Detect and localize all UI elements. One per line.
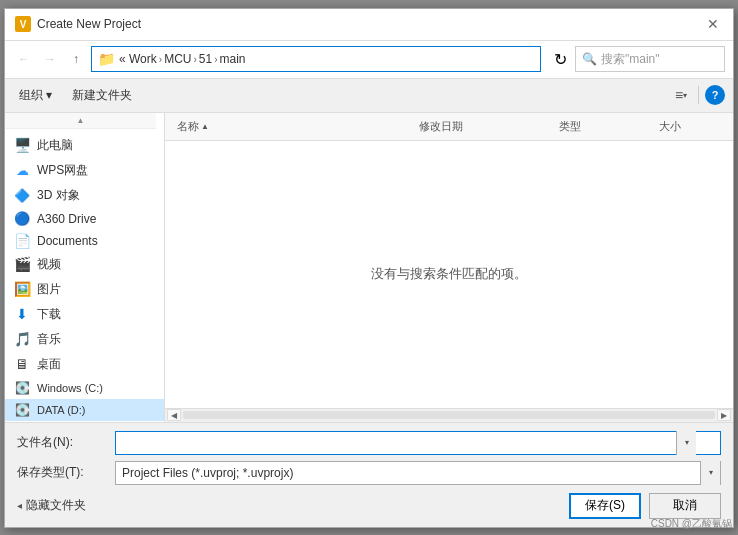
scroll-left-button[interactable]: ◀	[167, 409, 181, 421]
folder-icon: 📁	[98, 51, 115, 67]
sidebar-item-label: 此电脑	[37, 137, 73, 154]
filetype-value: Project Files (*.uvproj; *.uvprojx)	[116, 466, 700, 480]
main-area: ▲ 🖥️ 此电脑 ☁ WPS网盘 🔷 3D 对象 🔵 A360 Drive	[5, 113, 733, 422]
title-bar: V Create New Project ✕	[5, 9, 733, 41]
filetype-dropdown-button[interactable]: ▾	[700, 461, 720, 485]
col-date[interactable]: 修改日期	[415, 117, 555, 136]
search-icon: 🔍	[582, 52, 597, 66]
col-size[interactable]: 大小	[655, 117, 725, 136]
downloads-icon: ⬇	[13, 307, 31, 321]
address-crumb-work[interactable]: « Work	[119, 52, 157, 66]
refresh-button[interactable]: ↻	[549, 48, 571, 70]
footer-row: ◂ 隐藏文件夹 保存(S) 取消	[17, 493, 721, 519]
hide-folders-arrow: ◂	[17, 500, 22, 511]
sidebar-item-this-pc[interactable]: 🖥️ 此电脑	[5, 133, 164, 158]
scroll-right-button[interactable]: ▶	[717, 409, 731, 421]
help-button[interactable]: ?	[705, 85, 725, 105]
toolbar: 组织 ▾ 新建文件夹 ≡▾ ?	[5, 79, 733, 113]
filetype-select[interactable]: Project Files (*.uvproj; *.uvprojx) ▾	[115, 461, 721, 485]
windows-c-icon: 💽	[13, 381, 31, 395]
sidebar-item-data-d[interactable]: 💽 DATA (D:)	[5, 399, 164, 421]
sidebar-item-label: 桌面	[37, 356, 61, 373]
filetype-row: 保存类型(T): Project Files (*.uvproj; *.uvpr…	[17, 461, 721, 485]
data-d-icon: 💽	[13, 403, 31, 417]
scroll-track[interactable]	[183, 411, 715, 419]
sidebar-item-label: WPS网盘	[37, 162, 88, 179]
sidebar-item-label: 3D 对象	[37, 187, 80, 204]
address-segment: « Work › MCU › 51 › main	[119, 52, 246, 66]
title-bar-left: V Create New Project	[15, 16, 141, 32]
sidebar-item-pictures[interactable]: 🖼️ 图片	[5, 277, 164, 302]
3d-icon: 🔷	[13, 188, 31, 202]
toolbar-right: ≡▾ ?	[670, 84, 725, 106]
view-toggle-button[interactable]: ≡▾	[670, 84, 692, 106]
organize-button[interactable]: 组织 ▾	[13, 85, 58, 106]
nav-bar: ← → ↑ 📁 « Work › MCU › 51 › main ↻ 🔍 搜索"…	[5, 41, 733, 79]
address-bar[interactable]: 📁 « Work › MCU › 51 › main	[91, 46, 541, 72]
empty-message: 没有与搜索条件匹配的项。	[371, 265, 527, 283]
app-icon: V	[15, 16, 31, 32]
back-button[interactable]: ←	[13, 48, 35, 70]
footer-buttons: 保存(S) 取消	[569, 493, 721, 519]
address-crumb-mcu[interactable]: MCU	[164, 52, 191, 66]
documents-icon: 📄	[13, 234, 31, 248]
file-list-header: 名称 ▲ 修改日期 类型 大小	[165, 113, 733, 141]
dialog-window: V Create New Project ✕ ← → ↑ 📁 « Work › …	[4, 8, 734, 528]
toolbar-separator	[698, 86, 699, 104]
sidebar-item-label: 下载	[37, 306, 61, 323]
hide-folders-label: 隐藏文件夹	[26, 497, 86, 514]
filename-dropdown-button[interactable]: ▾	[676, 431, 696, 455]
sidebar-item-label: 视频	[37, 256, 61, 273]
sidebar-item-documents[interactable]: 📄 Documents	[5, 230, 164, 252]
dialog-title: Create New Project	[37, 17, 141, 31]
filename-input[interactable]	[120, 432, 676, 454]
bottom-section: 文件名(N): ▾ 保存类型(T): Project Files (*.uvpr…	[5, 422, 733, 527]
sidebar-item-label: Documents	[37, 234, 98, 248]
sidebar-item-3d[interactable]: 🔷 3D 对象	[5, 183, 164, 208]
hide-folders-button[interactable]: ◂ 隐藏文件夹	[17, 497, 86, 514]
search-placeholder: 搜索"main"	[601, 51, 660, 68]
sidebar-scroll-up[interactable]: ▲	[5, 113, 156, 129]
save-button[interactable]: 保存(S)	[569, 493, 641, 519]
horizontal-scrollbar[interactable]: ◀ ▶	[165, 408, 733, 422]
close-button[interactable]: ✕	[703, 14, 723, 34]
this-pc-icon: 🖥️	[13, 138, 31, 152]
videos-icon: 🎬	[13, 257, 31, 271]
file-list-body: 没有与搜索条件匹配的项。	[165, 141, 733, 408]
search-box[interactable]: 🔍 搜索"main"	[575, 46, 725, 72]
desktop-icon: 🖥	[13, 357, 31, 371]
sidebar-item-label: A360 Drive	[37, 212, 96, 226]
sidebar: ▲ 🖥️ 此电脑 ☁ WPS网盘 🔷 3D 对象 🔵 A360 Drive	[5, 113, 165, 422]
sidebar-item-windows-c[interactable]: 💽 Windows (C:)	[5, 377, 164, 399]
filename-label: 文件名(N):	[17, 434, 107, 451]
cancel-button[interactable]: 取消	[649, 493, 721, 519]
up-button[interactable]: ↑	[65, 48, 87, 70]
sidebar-item-ku[interactable]: 📁 库	[5, 421, 164, 422]
filename-row: 文件名(N): ▾	[17, 431, 721, 455]
file-list: 名称 ▲ 修改日期 类型 大小 没有与搜索条件匹配的项。 ◀ ▶	[165, 113, 733, 422]
col-type[interactable]: 类型	[555, 117, 655, 136]
pictures-icon: 🖼️	[13, 282, 31, 296]
sidebar-item-label: 音乐	[37, 331, 61, 348]
a360-icon: 🔵	[13, 212, 31, 226]
sidebar-item-desktop[interactable]: 🖥 桌面	[5, 352, 164, 377]
sidebar-item-label: 图片	[37, 281, 61, 298]
col-name[interactable]: 名称 ▲	[173, 117, 415, 136]
forward-button[interactable]: →	[39, 48, 61, 70]
sidebar-item-a360[interactable]: 🔵 A360 Drive	[5, 208, 164, 230]
new-folder-button[interactable]: 新建文件夹	[66, 85, 138, 106]
sidebar-item-downloads[interactable]: ⬇ 下载	[5, 302, 164, 327]
sidebar-item-music[interactable]: 🎵 音乐	[5, 327, 164, 352]
music-icon: 🎵	[13, 332, 31, 346]
filetype-label: 保存类型(T):	[17, 464, 107, 481]
address-crumb-51[interactable]: 51	[199, 52, 212, 66]
sidebar-item-label: Windows (C:)	[37, 382, 103, 394]
sidebar-item-label: DATA (D:)	[37, 404, 85, 416]
sidebar-item-videos[interactable]: 🎬 视频	[5, 252, 164, 277]
address-crumb-main[interactable]: main	[220, 52, 246, 66]
filename-input-wrapper: ▾	[115, 431, 721, 455]
wps-icon: ☁	[13, 163, 31, 177]
sidebar-item-wps[interactable]: ☁ WPS网盘	[5, 158, 164, 183]
